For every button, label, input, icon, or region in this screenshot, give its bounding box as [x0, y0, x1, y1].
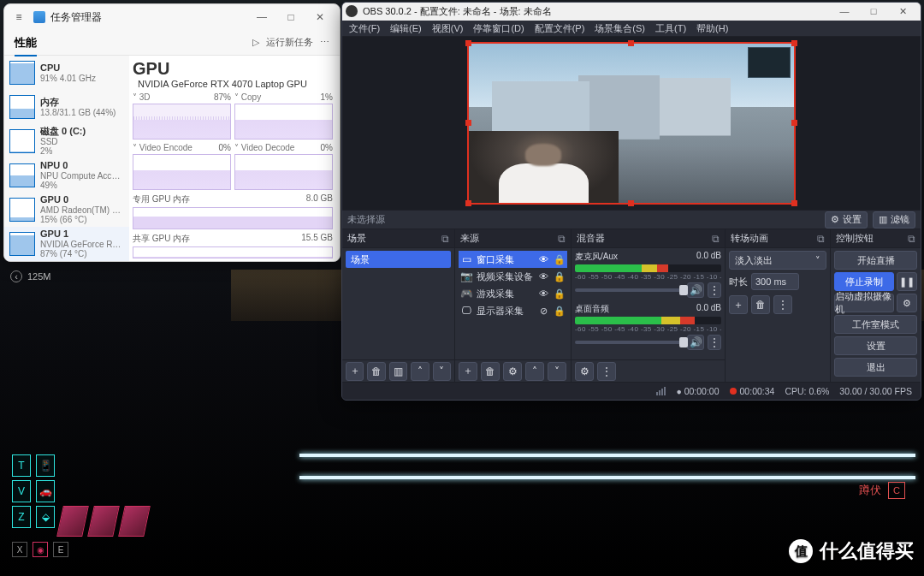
- crouch-key[interactable]: C: [888, 482, 905, 499]
- transition-menu-button[interactable]: ⋮: [773, 295, 792, 314]
- minimize-button[interactable]: ―: [247, 5, 276, 29]
- lock-toggle[interactable]: 🔒: [554, 306, 566, 317]
- source-item[interactable]: ▭ 窗口采集 👁 🔒: [459, 251, 567, 268]
- remove-transition-button[interactable]: 🗑: [751, 295, 770, 314]
- move-down-button[interactable]: ˅: [433, 362, 451, 381]
- hud-slot-v[interactable]: V: [12, 480, 31, 502]
- obs-preview[interactable]: [342, 37, 921, 210]
- hud-slot-car[interactable]: 🚗: [36, 480, 55, 502]
- resize-handle[interactable]: [465, 120, 471, 126]
- sidebar-item--0-c-[interactable]: 磁盘 0 (C:) SSD2%: [4, 124, 129, 158]
- hud-slot-z[interactable]: Z: [12, 506, 31, 528]
- remove-scene-button[interactable]: 🗑: [367, 362, 385, 381]
- hud-slot-phone[interactable]: 📱: [36, 454, 55, 477]
- source-filters-button[interactable]: ▥ 滤镜: [873, 211, 915, 229]
- popout-icon[interactable]: ⧉: [817, 233, 825, 245]
- virtual-cam-button[interactable]: 启动虚拟摄像机: [834, 294, 894, 312]
- tab-performance[interactable]: 性能: [15, 30, 37, 56]
- hud-slot-t[interactable]: T: [12, 454, 31, 477]
- menu-item[interactable]: 工具(T): [655, 22, 686, 35]
- stop-record-button[interactable]: 停止录制: [834, 272, 894, 291]
- menu-item[interactable]: 停靠窗口(D): [473, 22, 524, 35]
- source-item[interactable]: 🖵 显示器采集 ⊘ 🔒: [459, 302, 567, 319]
- more-icon[interactable]: ⋯: [320, 37, 329, 48]
- maximize-button[interactable]: □: [276, 5, 305, 29]
- hamburger-icon[interactable]: ≡: [9, 11, 28, 23]
- add-scene-button[interactable]: ＋: [346, 362, 364, 381]
- sidebar-item--[interactable]: 内存 13.8/31.1 GB (44%): [4, 90, 129, 124]
- lock-toggle[interactable]: 🔒: [554, 288, 566, 300]
- lock-toggle[interactable]: 🔒: [554, 271, 566, 282]
- mute-button[interactable]: 🔊: [687, 282, 704, 298]
- resize-handle[interactable]: [791, 200, 797, 206]
- run-new-task[interactable]: 运行新任务: [266, 36, 313, 49]
- popout-icon[interactable]: ⧉: [558, 233, 566, 245]
- volume-slider[interactable]: [575, 341, 684, 344]
- maximize-button[interactable]: □: [859, 6, 888, 17]
- volume-slider[interactable]: [575, 288, 684, 292]
- hud-card[interactable]: [118, 506, 151, 537]
- source-item[interactable]: 🎮 游戏采集 👁 🔒: [459, 285, 567, 302]
- hud-card[interactable]: [56, 506, 89, 537]
- resize-handle[interactable]: [628, 40, 634, 46]
- resize-handle[interactable]: [628, 200, 634, 206]
- hud-slot-graph[interactable]: ⬙: [36, 506, 55, 528]
- menu-item[interactable]: 编辑(E): [390, 22, 422, 35]
- resize-handle[interactable]: [791, 120, 797, 126]
- move-up-button[interactable]: ˄: [411, 362, 429, 381]
- channel-menu-button[interactable]: ⋮: [708, 282, 721, 298]
- resize-handle[interactable]: [465, 40, 471, 46]
- exit-button[interactable]: 退出: [834, 358, 917, 377]
- scene-item[interactable]: 场景: [346, 251, 451, 268]
- source-properties-button[interactable]: ⚙: [503, 362, 522, 381]
- move-up-button[interactable]: ˄: [525, 362, 544, 381]
- pause-record-button[interactable]: ❚❚: [897, 272, 917, 291]
- menu-item[interactable]: 帮助(H): [696, 22, 728, 35]
- visibility-toggle[interactable]: 👁: [537, 288, 549, 299]
- taskmgr-titlebar[interactable]: ≡ 任务管理器 ― □ ✕: [4, 4, 340, 30]
- mixer-menu-button[interactable]: ⋮: [597, 362, 616, 381]
- channel-menu-button[interactable]: ⋮: [708, 335, 721, 350]
- sidebar-item-npu-0[interactable]: NPU 0 NPU Compute Accel…49%: [4, 158, 129, 193]
- hud-card[interactable]: [87, 506, 120, 537]
- close-button[interactable]: ✕: [305, 5, 335, 29]
- virtual-cam-settings-button[interactable]: ⚙: [897, 294, 917, 312]
- minimize-button[interactable]: ―: [830, 6, 859, 17]
- run-task-icon[interactable]: ▷: [252, 37, 259, 48]
- chevron-down-icon[interactable]: ˅ Video Encode: [133, 143, 192, 152]
- sidebar-item-gpu-0[interactable]: GPU 0 AMD Radeon(TM) 8…15% (66 °C): [4, 193, 129, 227]
- source-item[interactable]: 📷 视频采集设备 👁 🔒: [459, 268, 567, 285]
- sidebar-item-cpu[interactable]: CPU 91% 4.01 GHz: [4, 56, 129, 90]
- popout-icon[interactable]: ⧉: [441, 233, 449, 245]
- menu-item[interactable]: 文件(F): [349, 22, 380, 35]
- popout-icon[interactable]: ⧉: [712, 233, 720, 245]
- menu-item[interactable]: 配置文件(P): [535, 22, 585, 35]
- chevron-down-icon[interactable]: ˅ Video Decode: [234, 143, 294, 152]
- resize-handle[interactable]: [465, 200, 471, 206]
- obs-window[interactable]: OBS 30.0.2 - 配置文件: 未命名 - 场景: 未命名 ― □ ✕ 文…: [341, 2, 921, 401]
- preview-canvas[interactable]: [467, 42, 796, 205]
- scene-filter-button[interactable]: ▥: [389, 362, 407, 381]
- lock-toggle[interactable]: 🔒: [554, 254, 566, 265]
- back-icon[interactable]: ‹: [10, 270, 22, 282]
- duration-input[interactable]: [751, 273, 799, 290]
- start-stream-button[interactable]: 开始直播: [834, 251, 917, 270]
- mute-button[interactable]: 🔊: [687, 335, 704, 350]
- chevron-down-icon[interactable]: ˅ Copy: [234, 92, 261, 102]
- resize-handle[interactable]: [791, 40, 797, 46]
- popout-icon[interactable]: ⧉: [908, 233, 915, 245]
- menu-item[interactable]: 视图(V): [432, 22, 464, 35]
- mixer-settings-button[interactable]: ⚙: [575, 362, 594, 381]
- chevron-down-icon[interactable]: ˅ 3D: [133, 92, 151, 102]
- move-down-button[interactable]: ˅: [548, 362, 566, 381]
- preview-webcam[interactable]: [469, 131, 619, 203]
- remove-source-button[interactable]: 🗑: [481, 362, 500, 381]
- add-source-button[interactable]: ＋: [459, 362, 477, 381]
- close-button[interactable]: ✕: [888, 6, 917, 17]
- transition-select[interactable]: 淡入淡出 ˅: [729, 251, 826, 270]
- obs-titlebar[interactable]: OBS 30.0.2 - 配置文件: 未命名 - 场景: 未命名 ― □ ✕: [342, 3, 921, 21]
- visibility-toggle[interactable]: ⊘: [537, 306, 549, 317]
- studio-mode-button[interactable]: 工作室模式: [834, 315, 917, 334]
- sidebar-item-gpu-1[interactable]: GPU 1 NVIDIA GeForce RT…87% (74 °C): [4, 227, 129, 261]
- taskmgr-window[interactable]: ≡ 任务管理器 ― □ ✕ 性能 ▷ 运行新任务 ⋯ CPU 91% 4.01 …: [3, 3, 341, 262]
